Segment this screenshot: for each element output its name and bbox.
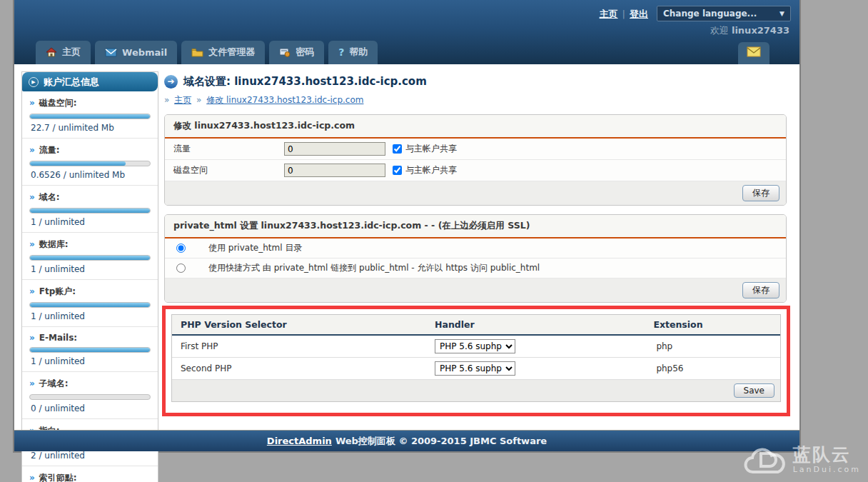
- bandwidth-input[interactable]: [284, 142, 385, 156]
- breadcrumb-home-link[interactable]: 主页: [174, 95, 191, 105]
- sidebar-title: 账户汇总信息: [44, 76, 99, 89]
- highlight-red-box: PHP Version Selector Handler Extension F…: [162, 306, 790, 416]
- php-row-second: Second PHP PHP 5.6 suphp php56: [172, 358, 780, 380]
- sidebar-item-value: 22.7 / unlimited Mb: [29, 123, 151, 133]
- tab-home-label: 主页: [62, 46, 81, 59]
- progress-bar: [29, 302, 151, 308]
- breadcrumb-sep: »: [196, 95, 201, 105]
- progress-bar: [29, 114, 151, 119]
- progress-fill: [30, 256, 150, 260]
- tab-password[interactable]: 密码: [269, 41, 324, 64]
- use-private-html-label: 使用 private_html 目录: [208, 242, 302, 254]
- use-private-html-radio[interactable]: [176, 243, 186, 253]
- disk-share-checkbox[interactable]: [393, 166, 402, 175]
- tab-webmail[interactable]: Webmail: [95, 41, 177, 64]
- private-html-header: private_html 设置 linux27433.host123.idc-i…: [165, 215, 786, 239]
- sidebar-item-label: 流量:: [39, 145, 60, 155]
- progress-fill: [30, 209, 150, 213]
- page-title: ➔ 域名设置: linux27433.host123.idc-icp.com: [164, 75, 427, 89]
- username: linux27433: [732, 25, 789, 36]
- php-header-selector: PHP Version Selector: [181, 319, 435, 330]
- progress-bar: [29, 394, 151, 400]
- tab-filemanager[interactable]: 文件管理器: [181, 41, 265, 64]
- tab-webmail-label: Webmail: [122, 47, 167, 58]
- progress-fill: [30, 114, 150, 119]
- php-row-first: First PHP PHP 5.6 suphp php: [172, 336, 780, 358]
- save-button[interactable]: 保存: [742, 282, 779, 298]
- bandwidth-share-checkbox[interactable]: [393, 144, 402, 154]
- message-envelope-icon: [747, 46, 761, 57]
- disk-space-row: 磁盘空间 与主帐户共享: [165, 160, 786, 181]
- php-table-header: PHP Version Selector Handler Extension: [172, 315, 780, 336]
- sidebar-header: ▶ 账户汇总信息: [22, 72, 158, 91]
- link-separator: |: [622, 9, 625, 19]
- progress-fill: [30, 303, 150, 307]
- sidebar-item-subdomains: »子域名: 0 / unlimited: [22, 372, 158, 419]
- welcome-text: 欢迎 linux27433: [710, 24, 789, 37]
- php-row-extension: php: [653, 341, 772, 351]
- sidebar-item-databases: »数据库: 1 / unlimited: [22, 233, 158, 280]
- directadmin-link[interactable]: DirectAdmin: [267, 436, 332, 446]
- landui-watermark: 蓝队云 LanDui.com: [742, 443, 861, 476]
- disk-space-input[interactable]: [284, 164, 385, 177]
- breadcrumb-current-link[interactable]: 修改 linux27433.host123.idc-icp.com: [206, 95, 363, 105]
- messages-tab[interactable]: [738, 42, 769, 64]
- top-links: 主页|登出: [600, 8, 648, 21]
- page-title-text: 域名设置: linux27433.host123.idc-icp.com: [183, 75, 427, 89]
- tab-bar: 主页 Webmail 文件管理器: [36, 41, 378, 64]
- private-html-section: private_html 设置 linux27433.host123.idc-i…: [164, 214, 787, 303]
- second-php-handler-select[interactable]: PHP 5.6 suphp: [435, 361, 515, 376]
- first-php-handler-select[interactable]: PHP 5.6 suphp: [435, 339, 515, 353]
- watermark-brand: 蓝队云: [793, 446, 861, 463]
- edit-domain-section: 修改 linux27433.host123.idc-icp.com 流量 与主帐…: [164, 114, 787, 206]
- sidebar-item-value: 0.6526 / unlimited Mb: [29, 170, 151, 180]
- breadcrumb-sep: »: [164, 95, 169, 105]
- tab-help-label: 帮助: [349, 46, 368, 59]
- bandwidth-label: 流量: [173, 143, 284, 155]
- content-area: ▶ 账户汇总信息 »磁盘空间: 22.7 / unlimited Mb »流量:…: [14, 64, 799, 430]
- sidebar-account-summary: ▶ 账户汇总信息 »磁盘空间: 22.7 / unlimited Mb »流量:…: [21, 71, 158, 482]
- symlink-label: 使用快捷方式 由 private_html 链接到 public_html - …: [208, 262, 540, 274]
- sidebar-item-label: 磁盘空间:: [39, 98, 77, 108]
- language-select[interactable]: Change language... ▼: [657, 6, 791, 21]
- php-row-extension: php56: [653, 363, 772, 373]
- tab-home[interactable]: 主页: [36, 41, 91, 64]
- sidebar-item-value: 2 / unlimited: [29, 451, 151, 461]
- progress-fill: [30, 161, 126, 166]
- sidebar-item-label: E-Mails:: [39, 333, 77, 343]
- save-button[interactable]: 保存: [742, 185, 779, 201]
- folder-icon: [191, 48, 203, 57]
- footer-bar: DirectAdmin Web控制面板 © 2009-2015 JBMC Sof…: [14, 430, 799, 451]
- php-row-name: Second PHP: [181, 363, 435, 373]
- double-arrow-icon: »: [29, 378, 35, 388]
- progress-fill: [30, 348, 150, 352]
- double-arrow-icon: »: [29, 333, 35, 343]
- home-icon: [46, 47, 57, 57]
- double-arrow-icon: »: [29, 286, 35, 296]
- arrow-circle-icon: ➔: [164, 75, 178, 89]
- symlink-radio[interactable]: [176, 263, 186, 273]
- sidebar-item-bandwidth: »流量: 0.6526 / unlimited Mb: [22, 139, 158, 186]
- double-arrow-icon: »: [29, 192, 35, 202]
- sidebar-item-label: 子域名:: [39, 378, 69, 388]
- disk-space-label: 磁盘空间: [173, 164, 284, 176]
- bandwidth-share-label: 与主帐户共享: [405, 143, 457, 155]
- php-header-extension: Extension: [653, 319, 772, 330]
- double-arrow-icon: »: [29, 473, 35, 482]
- tab-help[interactable]: ? 帮助: [328, 41, 378, 64]
- sidebar-item-value: 1 / unlimited: [29, 264, 151, 274]
- welcome-prefix: 欢迎: [710, 25, 729, 36]
- logout-link[interactable]: 登出: [630, 9, 648, 19]
- private-html-option-row: 使用快捷方式 由 private_html 链接到 public_html - …: [165, 258, 786, 278]
- bandwidth-row: 流量 与主帐户共享: [165, 139, 786, 160]
- app-window: 主页|登出 Change language... ▼ 欢迎 linux27433…: [14, 0, 799, 451]
- php-save-button[interactable]: Save: [734, 383, 774, 398]
- sidebar-item-disk-space: »磁盘空间: 22.7 / unlimited Mb: [22, 91, 158, 139]
- double-arrow-icon: »: [29, 145, 35, 155]
- sidebar-item-domains: »域名: 1 / unlimited: [22, 186, 158, 233]
- private-html-option-row: 使用 private_html 目录: [165, 239, 786, 258]
- home-link[interactable]: 主页: [600, 9, 618, 19]
- progress-bar: [29, 347, 151, 353]
- sidebar-item-label: 数据库:: [39, 239, 69, 249]
- private-html-footer: 保存: [165, 278, 786, 302]
